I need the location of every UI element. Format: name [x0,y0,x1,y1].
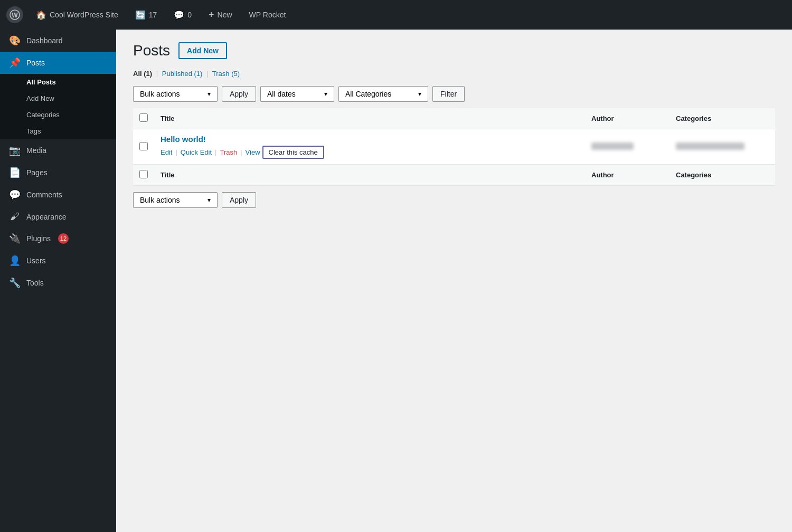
admin-bar-comments[interactable]: 💬 0 [169,8,196,22]
row-categories-cell [670,129,775,165]
chevron-down-icon-cat: ▾ [418,90,421,98]
sidebar-item-pages[interactable]: 📄 Pages [0,162,116,184]
date-filter-select[interactable]: All dates ▾ [260,86,334,102]
sidebar-item-media[interactable]: 📷 Media [0,139,116,162]
select-all-checkbox[interactable] [139,113,148,122]
filter-button[interactable]: Filter [432,86,465,102]
home-icon: 🏠 [36,10,46,20]
sidebar-item-tools[interactable]: 🔧 Tools [0,272,116,294]
chevron-down-icon: ▾ [208,90,211,98]
sidebar-item-plugins[interactable]: 🔌 Plugins 12 [0,227,116,250]
filter-trash[interactable]: Trash (5) [212,70,240,78]
admin-bar-site-name[interactable]: 🏠 Cool WordPress Site [32,8,122,22]
categories-blurred [676,142,744,150]
column-author: Author [585,108,670,129]
wp-logo[interactable]: W [6,6,23,23]
admin-bar-updates[interactable]: 🔄 17 [131,8,162,22]
admin-bar-wprocket[interactable]: WP Rocket [245,8,290,21]
plugins-badge: 12 [58,233,69,244]
plus-icon: + [209,10,214,21]
clear-cache-button[interactable]: Clear this cache [262,146,324,159]
column-categories: Categories [670,108,775,129]
users-icon: 👤 [8,255,21,267]
select-all-checkbox-header[interactable] [133,108,154,129]
sidebar-item-appearance[interactable]: 🖌 Appearance [0,206,116,227]
filter-links: All (1) | Published (1) | Trash (5) [133,70,775,78]
row-author-cell [585,129,670,165]
main-content: Posts Add New All (1) | Published (1) | … [116,30,792,532]
filter-published[interactable]: Published (1) [162,70,204,78]
apply-top-button[interactable]: Apply [222,86,256,102]
page-header: Posts Add New [133,42,775,59]
sidebar-subitem-categories[interactable]: Categories [0,107,116,123]
chevron-down-icon-date: ▾ [324,90,327,98]
trash-action[interactable]: Trash [220,148,237,156]
bulk-actions-bottom-select[interactable]: Bulk actions ▾ [133,192,218,208]
admin-bar: W 🏠 Cool WordPress Site 🔄 17 💬 0 + New W… [0,0,792,30]
sidebar-item-users[interactable]: 👤 Users [0,250,116,272]
row-checkbox[interactable] [139,142,148,150]
author-blurred [591,142,634,150]
post-actions: Edit | Quick Edit | Trash | View Clear t… [161,146,579,159]
chevron-down-icon-bottom: ▾ [208,196,211,204]
comment-icon: 💬 [174,10,184,20]
sidebar-item-posts[interactable]: 📌 Posts [0,52,116,74]
sidebar-subitem-tags[interactable]: Tags [0,123,116,139]
page-title: Posts [133,42,170,59]
appearance-icon: 🖌 [8,211,21,222]
row-title-cell: Hello world! Edit | Quick Edit | Trash |… [154,129,585,165]
footer-column-author: Author [585,165,670,186]
posts-submenu: All Posts Add New Categories Tags [0,74,116,139]
quick-edit-action[interactable]: Quick Edit [181,148,212,156]
pages-icon: 📄 [8,167,21,178]
footer-select-all-checkbox[interactable] [139,170,148,178]
post-title-link[interactable]: Hello world! [161,135,206,144]
sidebar-subitem-all-posts[interactable]: All Posts [0,74,116,90]
media-icon: 📷 [8,145,21,156]
posts-table: Title Author Categories Hello world! Edi… [133,108,775,186]
comments-icon: 💬 [8,189,21,201]
edit-action[interactable]: Edit [161,148,172,156]
table-header-row: Title Author Categories [133,108,775,129]
view-action[interactable]: View [246,148,260,156]
footer-column-categories: Categories [670,165,775,186]
admin-bar-new[interactable]: + New [204,7,237,23]
updates-icon: 🔄 [135,10,146,20]
sidebar-subitem-add-new[interactable]: Add New [0,90,116,107]
svg-text:W: W [12,12,18,19]
tools-icon: 🔧 [8,277,21,289]
add-new-button[interactable]: Add New [178,42,227,59]
footer-checkbox-header[interactable] [133,165,154,186]
table-row: Hello world! Edit | Quick Edit | Trash |… [133,129,775,165]
plugins-icon: 🔌 [8,233,21,244]
sidebar: 🎨 Dashboard 📌 Posts All Posts Add New Ca… [0,30,116,532]
footer-column-title[interactable]: Title [154,165,585,186]
row-checkbox-cell[interactable] [133,129,154,165]
bottom-toolbar: Bulk actions ▾ Apply [133,192,775,208]
sidebar-item-dashboard[interactable]: 🎨 Dashboard [0,30,116,52]
column-title[interactable]: Title [154,108,585,129]
category-filter-select[interactable]: All Categories ▾ [338,86,428,102]
bulk-actions-top-select[interactable]: Bulk actions ▾ [133,86,218,102]
apply-bottom-button[interactable]: Apply [222,192,256,208]
posts-icon: 📌 [8,57,21,69]
main-layout: 🎨 Dashboard 📌 Posts All Posts Add New Ca… [0,30,792,532]
table-footer-row: Title Author Categories [133,165,775,186]
filter-all[interactable]: All (1) [133,70,154,78]
top-toolbar: Bulk actions ▾ Apply All dates ▾ All Cat… [133,86,775,102]
sidebar-item-comments[interactable]: 💬 Comments [0,184,116,206]
dashboard-icon: 🎨 [8,35,21,46]
